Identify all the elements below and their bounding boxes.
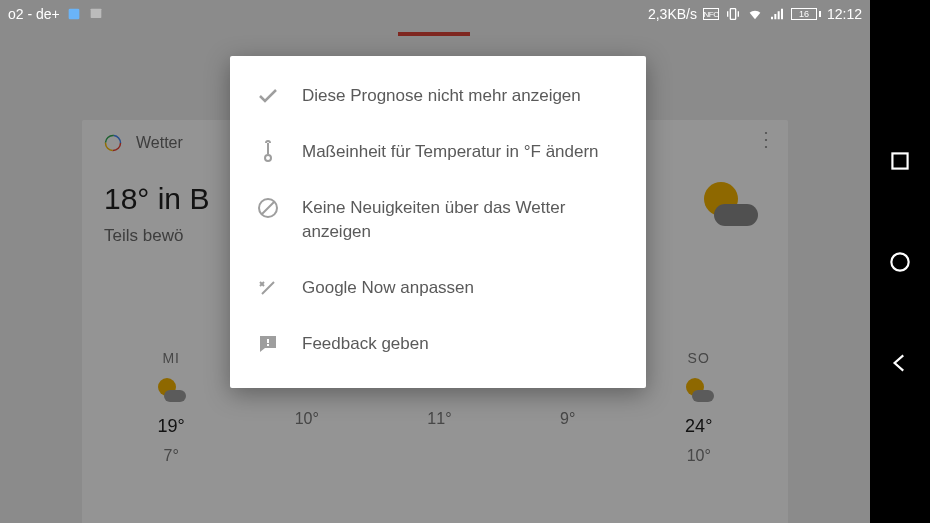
svg-line-12 xyxy=(262,282,274,294)
battery-indicator: 16 xyxy=(791,8,821,20)
svg-rect-4 xyxy=(68,9,79,20)
check-icon xyxy=(256,84,280,108)
wifi-icon xyxy=(747,6,763,22)
back-button[interactable] xyxy=(887,350,913,376)
battery-level: 16 xyxy=(791,8,817,20)
recents-button[interactable] xyxy=(887,148,913,174)
menu-item-no-weather-news[interactable]: Keine Neuigkeiten über das Wetter anzeig… xyxy=(230,180,646,260)
vibrate-icon xyxy=(725,6,741,22)
card-options-menu: Diese Prognose nicht mehr anzeigen Maßei… xyxy=(230,56,646,388)
menu-label: Keine Neuigkeiten über das Wetter anzeig… xyxy=(302,196,620,244)
block-icon xyxy=(256,196,280,220)
svg-rect-17 xyxy=(892,153,907,168)
svg-line-11 xyxy=(262,202,274,214)
carrier-label: o2 - de+ xyxy=(8,6,60,22)
system-nav-bar xyxy=(870,0,930,523)
home-button[interactable] xyxy=(887,249,913,275)
menu-label: Diese Prognose nicht mehr anzeigen xyxy=(302,84,581,108)
magic-wand-icon xyxy=(256,276,280,300)
status-bar: o2 - de+ 2,3KB/s NFC 16 12 xyxy=(0,0,870,28)
network-speed: 2,3KB/s xyxy=(648,6,697,22)
feedback-icon xyxy=(256,332,280,356)
menu-item-hide-forecast[interactable]: Diese Prognose nicht mehr anzeigen xyxy=(230,68,646,124)
svg-rect-15 xyxy=(267,339,269,343)
menu-label: Google Now anpassen xyxy=(302,276,474,300)
clock: 12:12 xyxy=(827,6,862,22)
svg-rect-6 xyxy=(730,9,735,20)
svg-rect-16 xyxy=(267,344,269,346)
menu-label: Feedback geben xyxy=(302,332,429,356)
svg-point-9 xyxy=(265,155,271,161)
menu-label: Maßeinheit für Temperatur in °F ändern xyxy=(302,140,599,164)
screenshot-icon xyxy=(88,6,104,22)
menu-item-feedback[interactable]: Feedback geben xyxy=(230,316,646,372)
nfc-icon: NFC xyxy=(703,8,719,20)
svg-point-18 xyxy=(891,253,908,270)
thermometer-icon xyxy=(256,140,280,164)
menu-item-customize-now[interactable]: Google Now anpassen xyxy=(230,260,646,316)
signal-icon xyxy=(769,6,785,22)
svg-rect-5 xyxy=(90,9,101,18)
menu-item-change-unit[interactable]: Maßeinheit für Temperatur in °F ändern xyxy=(230,124,646,180)
notification-icon xyxy=(66,6,82,22)
